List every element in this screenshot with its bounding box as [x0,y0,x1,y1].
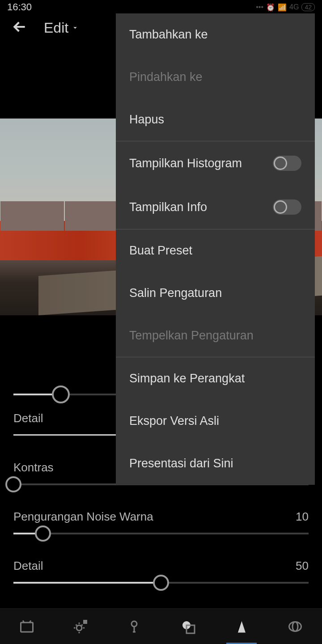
noise-color-value: 10 [296,510,309,524]
tool-light[interactable] [70,616,91,637]
menu-export-original[interactable]: Ekspor Versi Asli [116,400,315,442]
svg-point-1 [76,625,82,631]
battery-indicator: 42 [301,3,315,11]
bottom-toolbar [0,608,322,644]
menu-delete[interactable]: Hapus [116,98,315,141]
toggle-info[interactable] [273,199,301,215]
status-time: 16:30 [7,1,32,13]
back-button[interactable] [11,18,29,38]
network-label: 4G [289,3,299,11]
slider-noise-color[interactable]: Pengurangan Noise Warna 10 [13,510,309,555]
svg-rect-0 [21,623,33,632]
status-right: ••• ⏰ 📶 4G 42 [256,3,315,12]
alarm-icon: ⏰ [266,3,275,12]
tool-optics[interactable] [284,616,306,637]
slider-detail2[interactable]: Detail 50 [13,559,309,604]
menu-save-to-device[interactable]: Simpan ke Perangkat [116,357,315,400]
tool-detail[interactable] [231,616,252,637]
menu-show-histogram[interactable]: Tampilkan Histogram [116,141,315,185]
signal-icon: 📶 [278,3,287,12]
edit-mode-dropdown[interactable]: Edit [44,20,79,36]
detail2-label: Detail [13,559,43,573]
tool-effects[interactable] [177,616,199,637]
menu-move-to: Pindahkan ke [116,56,315,98]
chevron-down-icon [71,24,79,32]
kontras-label: Kontras [13,461,54,475]
overflow-menu: Tambahkan ke Pindahkan ke Hapus Tampilka… [116,13,315,485]
svg-point-6 [289,622,301,631]
svg-point-7 [292,622,298,631]
detail-tab-label: Detail [13,411,43,425]
edit-label: Edit [44,20,68,36]
detail2-value: 50 [296,559,309,573]
menu-present-from-here[interactable]: Presentasi dari Sini [116,442,315,485]
menu-copy-settings[interactable]: Salin Pengaturan [116,272,315,314]
more-icon: ••• [256,3,263,11]
menu-create-preset[interactable]: Buat Preset [116,229,315,272]
menu-paste-settings: Tempelkan Pengaturan [116,314,315,357]
menu-add-to[interactable]: Tambahkan ke [116,13,315,56]
svg-rect-2 [83,620,87,624]
menu-show-info[interactable]: Tampilkan Info [116,185,315,229]
svg-point-3 [131,621,137,627]
toggle-histogram[interactable] [273,156,301,171]
tool-color[interactable] [123,616,145,637]
tool-presets[interactable] [16,616,38,637]
status-bar: 16:30 ••• ⏰ 📶 4G 42 [0,0,322,14]
noise-color-label: Pengurangan Noise Warna [13,510,153,524]
